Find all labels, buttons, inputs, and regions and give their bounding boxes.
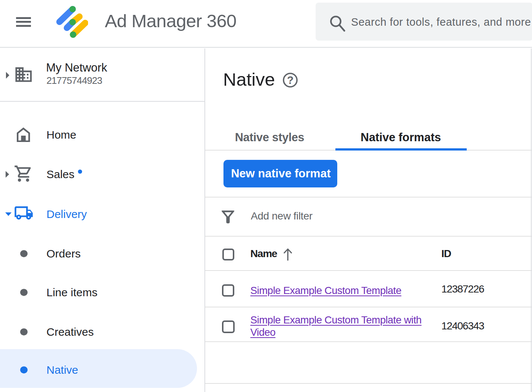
svg-text:?: ? [287,74,294,86]
